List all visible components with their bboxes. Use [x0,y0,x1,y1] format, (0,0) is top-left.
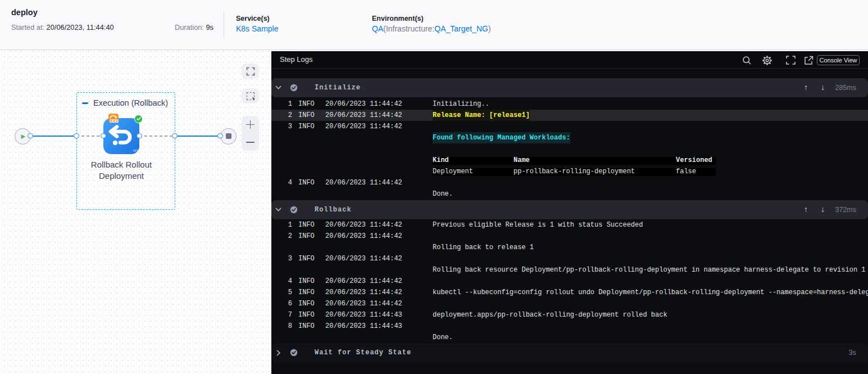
svg-text:</>: </> [133,148,138,152]
